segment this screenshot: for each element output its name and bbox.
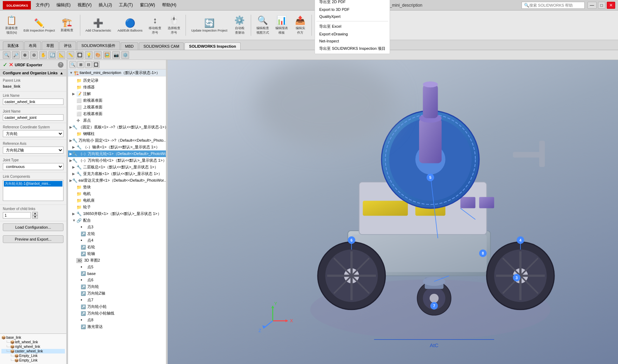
add-characteristic-button[interactable]: ➕ Add Characteristic [83, 16, 114, 34]
tree-dot6[interactable]: • 点6 [68, 277, 166, 283]
tree-motor-base[interactable]: 📁 电机座 [68, 197, 166, 204]
minimize-button[interactable]: — [587, 2, 597, 9]
tree-left-wheel-fit[interactable]: ↗️ 左轮 [68, 230, 166, 237]
settings-button[interactable]: ⚙️ [121, 51, 129, 59]
tree-fixed-board[interactable]: ▶ 🔧 （固定）底板<1> ->?（默认<<默认>_显示状态-1>） [68, 124, 166, 130]
auto-drive-button[interactable]: ⚙️ 自动检查驱动 [231, 14, 248, 37]
zoom-to-fit-button[interactable]: 🔍 [3, 51, 11, 59]
tree-dot4[interactable]: • 点4 [68, 237, 166, 244]
tree-root-item[interactable]: ▼ 🏗️ tianbot_mini_description（默认<显示状态-1>… [68, 69, 166, 76]
tree-3d-sketch2[interactable]: 3D 3D 草图2 [68, 257, 166, 264]
update-inspection-button[interactable]: 🔄 Update Inspection Project [189, 16, 230, 34]
link-tree-empty-link-2[interactable]: └─ 📦 Empty_Link [1, 358, 65, 363]
collapse-all-button[interactable]: ⊟ [85, 61, 92, 68]
rotate-button[interactable]: 🔄 [48, 51, 56, 59]
num-child-links-input[interactable] [3, 212, 31, 218]
tree-acrylic-board[interactable]: ▶ 🔧 亚克力底板<1>（默认<<默认>_显示状态 1>） [68, 170, 166, 177]
tab-sw-cam[interactable]: SOLIDWORKS CAM [139, 42, 184, 50]
tree-omni-small-fixed[interactable]: ▶ 🔧 万向轮小 固定<1> ->?（Default<<Default>_Pho… [68, 137, 166, 144]
edit-table-button[interactable]: 📊 编辑报表模板 [273, 14, 290, 37]
tree-omni-wheel[interactable]: ▶ 🔧 （-）万向轮元轮<1>（Default<<Default>_PhotoW… [68, 150, 166, 157]
link-tree-left-wheel[interactable]: └─ 📦 left_wheel_link [1, 340, 65, 344]
filter-button[interactable]: 🔍 [69, 61, 76, 68]
tree-axle[interactable]: ↗️ 轮轴 [68, 250, 166, 257]
maximize-button[interactable]: □ [598, 2, 605, 9]
tree-omni-small-wheel[interactable]: ▶ 🔧 （-）万向轮小轮<1>（默认<<默认>_显示状态 1>） [68, 157, 166, 164]
tab-sw-plugins[interactable]: SOLIDWORKS插件 [77, 41, 120, 50]
cancel-button[interactable]: ✕ [9, 61, 13, 68]
tree-origin[interactable]: ✚ 原点 [68, 117, 166, 124]
tree-right-plane[interactable]: ⬜ 右视基准面 [68, 110, 166, 117]
tree-dot7[interactable]: • 点7 [68, 297, 166, 303]
link-tree-caster-wheel[interactable]: └─ 📦 caster_wheel_link [1, 349, 65, 353]
ref-coord-select[interactable]: 方向轮 [3, 130, 63, 137]
pan-button[interactable]: ✋ [39, 51, 47, 59]
menu-window[interactable]: 窗口(W) [139, 1, 156, 9]
new-assembly-button[interactable]: 📋 新建检查项目(N) [3, 14, 20, 37]
link-component-item[interactable]: 方向轮元轮-1@tianbot_mini... [4, 181, 62, 187]
menu-file[interactable]: 文件(F) [34, 1, 51, 9]
configure-section-header[interactable]: Configure and Organize Links ▲ [0, 70, 66, 76]
tree-history[interactable]: 📁 历史记录 [68, 77, 166, 84]
camera-button[interactable]: 📷 [112, 51, 120, 59]
edit-inspect-button[interactable]: 🔍 编辑检查视图方式 [254, 14, 271, 37]
edit-ex-button[interactable]: 📤 编辑实作方 [292, 14, 309, 37]
export-3dpdf[interactable]: Export to 3D PDF [316, 6, 388, 13]
tree-dot3[interactable]: • 点3 [68, 224, 166, 230]
display-states-button[interactable]: 🔲 [93, 61, 100, 68]
stepper-down-button[interactable]: ▼ [32, 215, 38, 219]
3d-viewport[interactable]: AtC 7 6 5 3 4 8 [168, 60, 618, 364]
preview-export-button[interactable]: Preview and Export... [3, 235, 63, 243]
link-tree-right-wheel[interactable]: └─ 📦 right_wheel_link [1, 344, 65, 349]
tree-pad[interactable]: 📁 垫块 [68, 184, 166, 190]
tree-laser-radar[interactable]: ↗️ 激光雷达 [68, 323, 166, 330]
tree-bearing[interactable]: ▶ 🔧 （-）轴承<1>（默认<<默认>_显示状态 1>） [68, 144, 166, 150]
tab-layout[interactable]: 布局 [24, 41, 41, 50]
add-edit-balloons-button[interactable]: 🔵 Add/Edit Balloons [115, 16, 145, 34]
tree-top-plane[interactable]: ⬜ 上视基准面 [68, 104, 166, 110]
edit-inspection-button[interactable]: ✏️ Edit Inspection Project [21, 14, 58, 37]
menu-help[interactable]: 帮助(H) [161, 1, 178, 9]
measure-button[interactable]: 📐 [58, 51, 65, 59]
link-tree-root[interactable]: 📦 base_link [1, 335, 65, 340]
new-build-button[interactable]: 🏗️ 新建检查 [58, 14, 76, 37]
tab-evaluate[interactable]: 评估 [59, 41, 76, 50]
tab-sw-inspection[interactable]: SOLIDWORKS Inspection [184, 42, 241, 50]
tab-mbd[interactable]: MBD [121, 42, 138, 50]
expand-all-button[interactable]: ⊞ [77, 61, 84, 68]
zoom-box-button[interactable]: ⊕ [21, 51, 29, 59]
link-tree-empty-link-1[interactable]: └─ 📦 Empty_Link [1, 353, 65, 358]
tree-right-wheel-fit[interactable]: ↗️ 右轮 [68, 244, 166, 250]
tree-dot8[interactable]: • 点8 [68, 317, 166, 323]
tree-omni-small-wheel-axis[interactable]: ↗️ 万向轮小轮轴线 [68, 310, 166, 317]
tree-two-layer[interactable]: ▶ 🔧 二层板总<1>（默认<<默认>_显示状态 1>） [68, 164, 166, 170]
check-button[interactable]: ✓ [3, 61, 7, 68]
link-name-input[interactable] [3, 99, 63, 105]
search-box[interactable]: 🔍 [522, 2, 585, 9]
tree-base-fit[interactable]: ↗️ base [68, 270, 166, 277]
zoom-in-button[interactable]: 🔎 [12, 51, 20, 59]
tree-sensors[interactable]: 📁 传感器 [68, 84, 166, 90]
search-input[interactable] [529, 3, 575, 7]
tree-notes[interactable]: ▶ 📝 注解 [68, 90, 166, 97]
load-config-button[interactable]: Load Configuration... [3, 223, 63, 231]
tree-omni-small-wheel-fit[interactable]: ↗️ 万向轮小轮 [68, 303, 166, 310]
menu-view[interactable]: 视图(V) [76, 1, 93, 9]
tree-motor[interactable]: 📁 电机 [68, 190, 166, 197]
joint-name-input[interactable] [3, 114, 63, 121]
appearance-button[interactable]: 🎨 [94, 51, 102, 59]
tree-front-plane[interactable]: ⬜ 前视基准面 [68, 97, 166, 104]
menu-tools[interactable]: 工具(T) [117, 1, 134, 9]
export-excel[interactable]: 导出至 Excel [316, 23, 388, 30]
display-mode-button[interactable]: 🔲 [76, 51, 83, 59]
link-components-list[interactable]: 方向轮元轮-1@tianbot_mini... [3, 180, 63, 201]
tree-omni-wheel-fit[interactable]: ↗️ 万向轮 [68, 283, 166, 290]
move-items-button[interactable]: ↕️ 移动检查序号 [146, 14, 164, 37]
close-button[interactable]: ✕ [607, 2, 615, 9]
ref-axis-select[interactable]: 方向轮Z轴 [3, 147, 63, 154]
tree-dot5[interactable]: • 点5 [68, 264, 166, 270]
tab-assembly[interactable]: 装配体 [3, 41, 23, 50]
lights-button[interactable]: 💡 [85, 51, 93, 59]
scene-button[interactable]: 🖼️ [103, 51, 111, 59]
tab-sketch[interactable]: 草图 [42, 41, 59, 50]
